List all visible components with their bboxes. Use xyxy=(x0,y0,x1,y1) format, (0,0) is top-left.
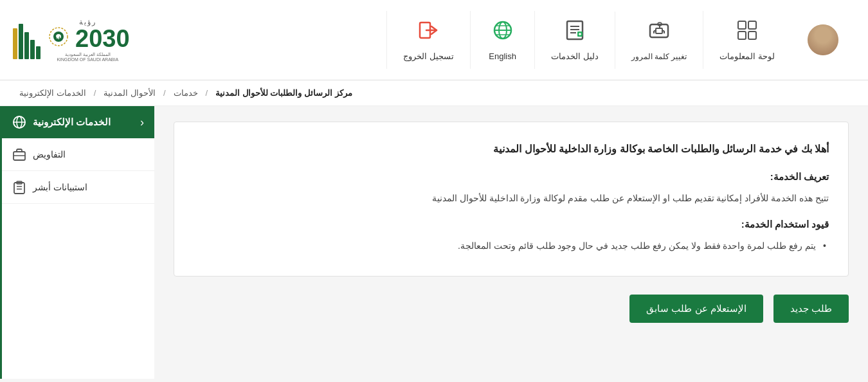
dashboard-label: لوحة المعلومات xyxy=(719,51,775,61)
sidebar-item-absher-surveys[interactable]: استبيانات أبشر xyxy=(2,171,154,204)
service-definition-text: تتيح هذه الخدمة للأفراد إمكانية تقديم طل… xyxy=(194,190,829,206)
svg-rect-15 xyxy=(656,28,662,33)
inquire-previous-button[interactable]: الإستعلام عن طلب سابق xyxy=(629,295,763,323)
english-label: English xyxy=(489,51,516,61)
globe-icon xyxy=(491,19,514,46)
logo-area: رؤية 2030 رؤية الم xyxy=(13,18,130,62)
breadcrumb-civil[interactable]: الأحوال المدنية xyxy=(104,88,156,98)
nav-item-profile[interactable] xyxy=(791,17,855,63)
nav-items: تسجيل الخروج English xyxy=(386,11,855,69)
action-buttons: الإستعلام عن طلب سابق طلب جديد xyxy=(174,295,849,323)
welcome-text: أهلا بك في خدمة الرسائل والطلبات الخاصة … xyxy=(194,140,829,159)
svg-text:رؤية: رؤية xyxy=(55,35,63,41)
key-icon xyxy=(647,19,671,47)
constraint-item-1: يتم رفع طلب لمرة واحدة فقط ولا يمكن رفع … xyxy=(194,238,829,254)
nav-item-dashboard[interactable]: لوحة المعلومات xyxy=(703,11,791,69)
breadcrumb-sep-2: / xyxy=(163,88,166,98)
breadcrumb-current: مركز الرسائل والطلبات للأحوال المدنية xyxy=(215,88,352,98)
nav-item-services-guide[interactable]: دليل الخدمات xyxy=(534,11,615,69)
avatar xyxy=(808,24,838,55)
services-guide-label: دليل الخدمات xyxy=(551,51,599,61)
kingdom-text: المملكة العربية السعوديةKINGDOM OF SAUDI… xyxy=(57,52,118,62)
sidebar-header: الخدمات الإلكترونية ‹ xyxy=(2,106,154,138)
breadcrumb-home[interactable]: الخدمات الإلكترونية xyxy=(19,88,86,98)
nav-item-logout[interactable]: تسجيل الخروج xyxy=(386,11,470,69)
sidebar: الخدمات الإلكترونية ‹ التفاويض استبيانات… xyxy=(0,106,154,379)
content-area: أهلا بك في خدمة الرسائل والطلبات الخاصة … xyxy=(154,106,868,379)
clipboard-icon xyxy=(12,180,26,194)
sidebar-item-absher-surveys-label: استبيانات أبشر xyxy=(33,182,87,192)
svg-rect-21 xyxy=(738,21,746,29)
change-password-label: تغيير كلمة المرور xyxy=(631,52,687,61)
bars-chart-icon xyxy=(13,21,41,59)
nav-item-english[interactable]: English xyxy=(470,11,534,69)
sidebar-toggle-button[interactable]: ‹ xyxy=(140,116,144,129)
breadcrumb: الخدمات الإلكترونية / الأحوال المدنية / … xyxy=(0,80,868,106)
main-layout: أهلا بك في خدمة الرسائل والطلبات الخاصة … xyxy=(0,106,868,379)
breadcrumb-sep-1: / xyxy=(94,88,96,98)
breadcrumb-sep-3: / xyxy=(206,88,208,98)
breadcrumb-services[interactable]: خدمات xyxy=(174,88,198,98)
svg-rect-23 xyxy=(738,32,746,39)
service-definition-title: تعريف الخدمة: xyxy=(194,168,829,185)
services-guide-icon xyxy=(563,19,586,46)
sidebar-header-label: الخدمات الإلكترونية xyxy=(33,116,111,128)
sidebar-item-negotiations-label: التفاويض xyxy=(33,149,66,159)
vision-2030-logo: رؤية 2030 رؤية الم xyxy=(13,18,130,62)
sidebar-item-negotiations[interactable]: التفاويض xyxy=(2,138,154,171)
service-content-box: أهلا بك في خدمة الرسائل والطلبات الخاصة … xyxy=(174,122,849,277)
logout-icon xyxy=(417,19,440,46)
logout-label: تسجيل الخروج xyxy=(403,51,454,61)
globe-sidebar-icon xyxy=(12,115,26,129)
nav-item-change-password[interactable]: تغيير كلمة المرور xyxy=(615,12,703,69)
new-request-button[interactable]: طلب جديد xyxy=(773,295,849,323)
top-navigation: تسجيل الخروج English xyxy=(0,0,868,80)
vision-year: 2030 xyxy=(75,26,130,51)
svg-rect-22 xyxy=(748,21,756,29)
dashboard-icon xyxy=(736,19,759,46)
svg-rect-24 xyxy=(748,32,756,39)
constraints-title: قيود استخدام الخدمة: xyxy=(194,215,829,233)
briefcase-icon xyxy=(12,147,26,161)
